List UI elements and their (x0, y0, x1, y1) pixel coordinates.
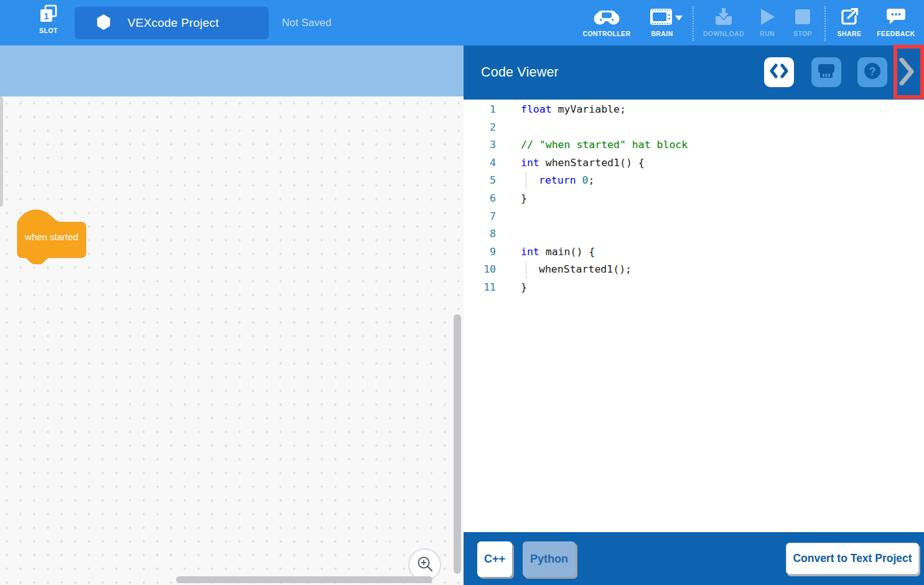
code-line: 8 (464, 225, 924, 243)
svg-text:1: 1 (44, 11, 49, 21)
app-header: 1 SLOT VEXcode Project Not Saved (0, 0, 924, 45)
help-button[interactable]: ? (857, 57, 887, 87)
workspace-horizontal-scrollbar[interactable] (176, 576, 432, 583)
convert-to-text-project-button[interactable]: Convert to Text Project (786, 543, 919, 574)
code-viewer-panel: Code Viewer (464, 45, 924, 585)
header-separator (824, 6, 826, 41)
code-lines: 1float myVariable;23// "when started" ha… (464, 100, 924, 532)
run-icon (758, 6, 776, 28)
brain-view-button[interactable] (811, 57, 841, 87)
hat-block-label: when started (15, 232, 88, 242)
share-icon (839, 6, 859, 28)
workspace-vertical-scrollbar[interactable] (454, 314, 461, 574)
brain-device-icon (817, 62, 836, 82)
help-icon: ? (862, 61, 882, 83)
header-separator (693, 6, 694, 41)
code-line: 7 (464, 208, 924, 226)
code-line: 9int main() { (464, 243, 924, 261)
project-name-button[interactable]: VEXcode Project (75, 7, 269, 39)
share-label: SHARE (838, 30, 862, 37)
code-line: 1float myVariable; (464, 101, 924, 119)
controller-icon (592, 6, 621, 28)
code-line: 5return 0; (464, 172, 924, 190)
slot-icon: 1 (39, 4, 58, 26)
svg-text:?: ? (869, 65, 876, 78)
indent-guide (526, 261, 539, 279)
indent-guide (526, 172, 539, 190)
code-line: 10whenStarted1(); (464, 261, 924, 279)
workspace-dot-grid (0, 96, 464, 585)
download-button[interactable]: DOWNLOAD (698, 6, 750, 37)
header-actions: CONTROLLER BRAIN (578, 6, 923, 41)
save-status: Not Saved (282, 0, 331, 45)
tab-python[interactable]: Python (523, 541, 576, 577)
stop-icon (794, 6, 811, 28)
blocks-workspace[interactable]: when started (0, 96, 464, 585)
code-brackets-icon (769, 63, 789, 81)
brain-icon (650, 6, 674, 28)
run-button[interactable]: RUN (750, 6, 785, 37)
feedback-button[interactable]: FEEDBACK (869, 6, 923, 37)
tab-cpp[interactable]: C++ (477, 541, 512, 577)
download-icon (713, 6, 734, 28)
code-viewer-header: Code Viewer (464, 45, 924, 100)
controller-label: CONTROLLER (583, 30, 631, 37)
code-line: 3// "when started" hat block (464, 136, 924, 154)
vexcode-app: 1 SLOT VEXcode Project Not Saved (0, 0, 924, 585)
chevron-right-icon (899, 58, 914, 88)
code-line: 11} (464, 279, 924, 297)
palette-scrollbar[interactable] (0, 96, 3, 207)
feedback-label: FEEDBACK (877, 30, 915, 37)
code-line: 2 (464, 119, 924, 137)
slot-label: SLOT (39, 27, 58, 34)
stop-label: STOP (793, 30, 812, 37)
brain-dropdown-caret[interactable] (674, 12, 683, 24)
code-line: 4int whenStarted1() { (464, 154, 924, 172)
slot-button[interactable]: 1 SLOT (31, 4, 66, 42)
zoom-in-icon (416, 555, 434, 575)
brain-label: BRAIN (651, 30, 673, 37)
hexagon-icon (96, 14, 111, 33)
collapse-panel-button[interactable] (898, 59, 915, 87)
code-viewer-title: Code Viewer (481, 45, 559, 100)
blocks-toolbar (0, 45, 464, 96)
code-viewer-footer: C++ Python Convert to Text Project (464, 532, 924, 585)
brain-button[interactable]: BRAIN (635, 6, 689, 37)
code-view-button[interactable] (764, 57, 794, 87)
when-started-block[interactable]: when started (15, 209, 90, 266)
controller-button[interactable]: CONTROLLER (578, 6, 635, 37)
project-title: VEXcode Project (128, 16, 219, 30)
share-button[interactable]: SHARE (829, 6, 869, 37)
run-label: RUN (760, 30, 775, 37)
feedback-icon (885, 6, 907, 28)
download-label: DOWNLOAD (703, 30, 744, 37)
stop-button[interactable]: STOP (785, 6, 821, 37)
code-line: 6} (464, 190, 924, 208)
